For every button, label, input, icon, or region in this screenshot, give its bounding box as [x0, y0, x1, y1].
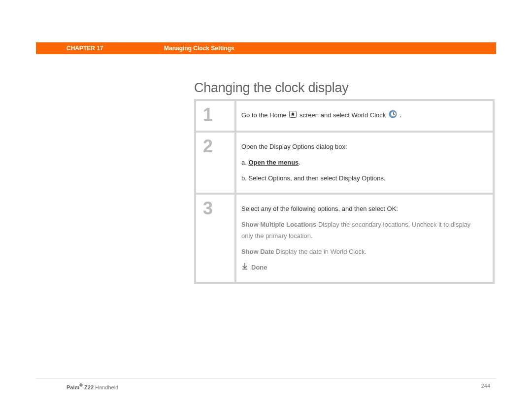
- chapter-label: CHAPTER 17: [36, 45, 164, 52]
- step-number: 1: [196, 101, 234, 131]
- footer-product: Palm® Z22 Handheld: [36, 383, 118, 390]
- done-arrow-icon: [241, 262, 248, 273]
- step-row: 1 Go to the Home screen and select World…: [196, 101, 493, 131]
- chapter-title: Managing Clock Settings: [164, 45, 234, 52]
- step-content: Open the Display Options dialog box: a. …: [236, 133, 493, 193]
- page-number: 244: [481, 383, 496, 390]
- chapter-header-bar: CHAPTER 17 Managing Clock Settings: [36, 42, 496, 54]
- step-content: Select any of the following options, and…: [236, 195, 493, 281]
- home-icon: [289, 110, 297, 121]
- step1-text: Go to the Home screen and select World C…: [241, 110, 483, 122]
- step-content: Go to the Home screen and select World C…: [236, 101, 493, 131]
- step-row: 3 Select any of the following options, a…: [196, 195, 493, 281]
- world-clock-icon: [389, 110, 397, 122]
- done-label: Done: [251, 262, 267, 273]
- step2-a: a. Open the menus.: [241, 157, 483, 168]
- step3-option2: Show Date Display the date in World Cloc…: [241, 246, 483, 257]
- step-number: 2: [196, 133, 234, 193]
- step3-option1: Show Multiple Locations Display the seco…: [241, 219, 483, 241]
- step3-intro: Select any of the following options, and…: [241, 204, 483, 214]
- step2-intro: Open the Display Options dialog box:: [241, 141, 483, 152]
- steps-container: 1 Go to the Home screen and select World…: [194, 99, 495, 284]
- open-menus-link[interactable]: Open the menus: [248, 159, 299, 166]
- page-footer: Palm® Z22 Handheld 244: [36, 378, 496, 390]
- section-heading: Changing the clock display: [194, 80, 348, 96]
- step2-b: b. Select Options, and then select Displ…: [241, 173, 483, 184]
- step-row: 2 Open the Display Options dialog box: a…: [196, 133, 493, 193]
- step-number: 3: [196, 195, 234, 281]
- done-indicator: Done: [241, 262, 483, 273]
